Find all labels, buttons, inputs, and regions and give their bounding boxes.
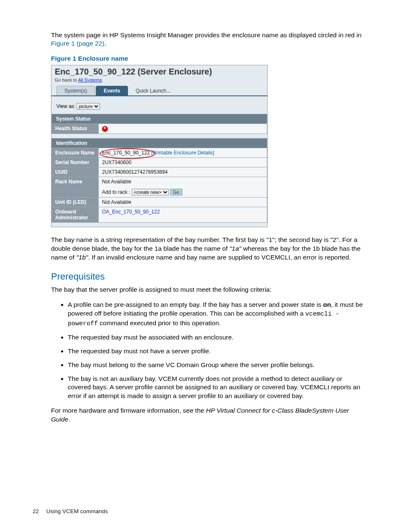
add-to-rack-label: Add to rack : <box>102 189 130 195</box>
prereq-intro: The bay that the server profile is assig… <box>51 285 366 294</box>
prerequisites-heading: Prerequisites <box>51 271 366 282</box>
figure-link[interactable]: Figure 1 (page 22) <box>51 40 105 47</box>
view-as-row: View as: picture <box>51 96 267 114</box>
page-footer: 22 Using VCEM commands <box>33 508 108 514</box>
tab-row: System(s) Events Quick Launch... <box>51 86 267 96</box>
intro-text-end: . <box>105 40 106 47</box>
enclosure-name-label: Enclosure Name <box>52 148 99 157</box>
rack-name-text: Not Available <box>102 179 131 185</box>
onboard-admin-value[interactable]: OA_Enc_170_50_90_122 <box>99 207 267 222</box>
more-info-paragraph: For more hardware and firmware informati… <box>51 406 366 424</box>
rack-name-label: Rack Name <box>52 177 99 197</box>
req-item-3: The requested bay must not have a server… <box>68 347 366 356</box>
bay-italic-1: "1a" <box>230 245 241 252</box>
view-as-select[interactable]: picture <box>77 103 100 110</box>
req-item-4: The bay must belong to the same VC Domai… <box>68 361 366 370</box>
tab-events[interactable]: Events <box>96 86 128 95</box>
tab-systems[interactable]: System(s) <box>56 86 95 95</box>
req1-text-a: A profile can be pre-assigned to an empt… <box>68 301 323 308</box>
page-number: 22 <box>33 508 39 514</box>
enclosure-title: Enc_170_50_90_122 (Server Enclosure) <box>51 65 267 77</box>
footer-section: Using VCEM commands <box>46 508 108 514</box>
serial-number-label: Serial Number <box>52 158 99 167</box>
printable-details-link[interactable]: [Printable Enclosure Details] <box>151 150 214 156</box>
go-back-prefix: Go back to <box>55 77 78 82</box>
identification-header: Identification <box>51 138 267 148</box>
quick-launch-link[interactable]: Quick Launch... <box>134 86 172 95</box>
enclosure-name-circled: Enc_170_50_90_122 <box>102 150 150 156</box>
add-to-rack-select[interactable]: <create new> <box>132 189 169 195</box>
req-item-1: A profile can be pre-assigned to an empt… <box>68 301 366 328</box>
uuid-label: UUID <box>52 167 99 177</box>
req1-text-e: command executed prior to this operation… <box>98 319 221 326</box>
health-status-value <box>99 124 267 134</box>
error-icon <box>102 126 108 132</box>
req-item-5: The bay is not an auxiliary bay. VCEM cu… <box>68 375 366 401</box>
bay-paragraph: The bay name is a string representation … <box>51 236 366 262</box>
more-text-2: . <box>68 416 70 423</box>
requirements-list: A profile can be pre-assigned to an empt… <box>51 301 366 401</box>
system-status-panel: System Status Health Status <box>51 114 267 134</box>
go-button[interactable]: Go <box>170 189 182 195</box>
req-item-2: The requested bay must be associated wit… <box>68 333 366 342</box>
intro-text: The system page in HP Systems Insight Ma… <box>51 31 361 39</box>
figure-screenshot: Enc_170_50_90_122 (Server Enclosure) Go … <box>51 65 268 227</box>
view-as-label: View as: <box>56 103 75 109</box>
all-systems-link[interactable]: All Systems <box>78 77 102 82</box>
rack-name-value: Not Available Add to rack : <create new>… <box>99 177 267 197</box>
add-to-rack-row: Add to rack : <create new> Go <box>102 189 263 195</box>
bay-italic-2: "1b" <box>76 254 88 261</box>
system-status-header: System Status <box>51 114 267 124</box>
figure-caption: Figure 1 Enclosure name <box>51 55 366 62</box>
unit-id-value: Not Available <box>99 198 267 207</box>
intro-paragraph: The system page in HP Systems Insight Ma… <box>51 31 366 49</box>
health-status-label: Health Status <box>52 124 99 134</box>
more-text-1: For more hardware and firmware informati… <box>51 407 206 414</box>
go-back-row: Go back to All Systems <box>51 77 267 86</box>
serial-number-value: 2UX7340600 <box>99 158 267 167</box>
enclosure-name-value: Enc_170_50_90_122 [Printable Enclosure D… <box>99 148 267 157</box>
red-circle-annotation <box>100 148 156 159</box>
req1-bold: on <box>323 301 331 308</box>
bay-text-3: . If an invalid enclosure name and bay n… <box>88 254 351 261</box>
unit-id-label: Unit ID (LED) <box>52 198 99 207</box>
onboard-admin-label: Onboard Administrator <box>52 207 99 222</box>
uuid-value: 2UX73406001274278953894 <box>99 167 267 177</box>
identification-panel: Identification Enclosure Name Enc_170_50… <box>51 138 267 223</box>
